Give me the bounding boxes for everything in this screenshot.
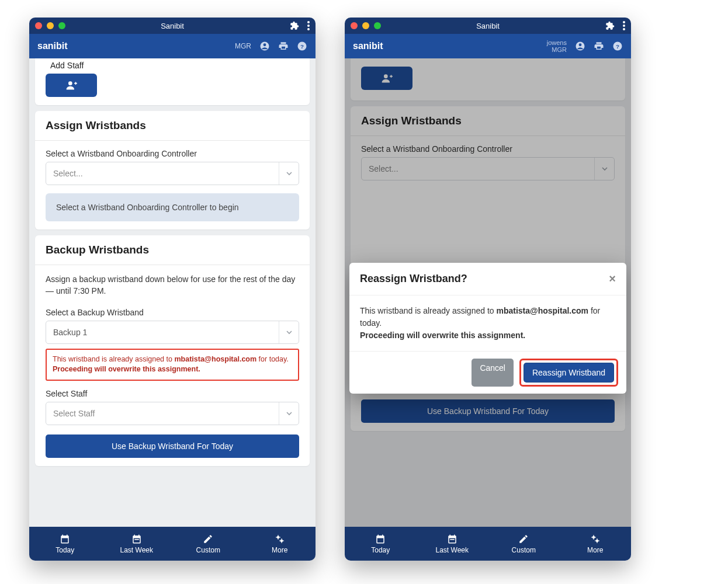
svg-point-14 [579,43,582,46]
svg-point-19 [596,539,599,542]
svg-point-9 [280,539,283,542]
nav-last-week[interactable]: Last Week [101,527,173,561]
reassign-button[interactable]: Reassign Wristband [524,363,614,383]
print-icon[interactable] [594,41,604,51]
print-icon[interactable] [278,41,289,51]
staff-select-placeholder: Select Staff [53,409,95,418]
nav-more[interactable]: More [244,527,316,561]
maximize-icon[interactable] [374,22,381,29]
backup-heading: Backup Wristbands [35,235,310,265]
app-bar: sanibit MGR ? [29,34,316,58]
bottom-nav: Today Last Week Custom More [29,527,316,561]
edit-icon [203,534,213,544]
user-label: jowens MGR [547,39,567,53]
user-icon[interactable] [575,41,585,51]
nav-last-week[interactable]: Last Week [417,527,488,561]
calendar-week-icon [447,534,457,544]
edit-icon [518,534,529,544]
svg-point-8 [277,536,280,538]
extension-icon[interactable] [290,21,299,30]
svg-point-1 [307,25,310,27]
controller-info: Select a Wristband Onboarding Controller… [46,193,299,221]
staff-select-label: Select Staff [46,389,299,398]
reassign-highlight: Reassign Wristband [519,359,618,387]
svg-point-4 [264,43,266,46]
add-staff-button[interactable] [46,74,97,97]
backup-select-value: Backup 1 [53,328,87,337]
minimize-icon[interactable] [47,22,54,29]
chevron-down-icon [286,329,293,336]
svg-point-10 [623,21,625,23]
nav-custom[interactable]: Custom [172,527,244,561]
modal-close-button[interactable]: × [609,272,616,286]
gears-icon [275,534,285,544]
calendar-today-icon [60,534,70,544]
svg-text:?: ? [300,43,304,50]
backup-warning: This wristband is already assigned to mb… [46,349,299,381]
controller-select-placeholder: Select... [53,169,83,178]
gears-icon [590,534,601,544]
backup-select[interactable]: Backup 1 [46,321,299,344]
svg-point-7 [68,81,72,85]
backup-select-label: Select a Backup Wristband [46,308,299,317]
add-staff-label: Add Staff [50,61,299,70]
svg-point-18 [592,536,595,538]
content-area: Assign Wristbands Select a Wristband Onb… [345,58,631,527]
reassign-modal: Reassign Wristband? × This wristband is … [349,263,626,394]
nav-custom[interactable]: Custom [488,527,560,561]
svg-point-12 [623,28,625,30]
nav-today[interactable]: Today [345,527,417,561]
extension-icon[interactable] [605,21,615,30]
nav-more[interactable]: More [560,527,632,561]
more-vertical-icon[interactable] [307,21,310,30]
svg-point-2 [307,28,310,30]
calendar-week-icon [131,534,142,544]
chevron-down-icon [286,170,293,177]
help-icon[interactable]: ? [612,41,623,51]
window-titlebar: Sanibit [29,18,316,34]
minimize-icon[interactable] [362,22,369,29]
app-bar: sanibit jowens MGR ? [345,34,631,58]
bottom-nav: Today Last Week Custom More [345,527,631,561]
svg-point-0 [307,21,310,23]
brand: sanibit [37,41,68,51]
help-icon[interactable]: ? [297,41,307,51]
maximize-icon[interactable] [58,22,65,29]
close-icon[interactable] [351,22,358,29]
person-add-icon [65,79,77,91]
modal-body: This wristband is already assigned to mb… [349,296,626,352]
brand: sanibit [353,41,383,51]
window-title: Sanibit [161,22,184,30]
close-icon[interactable] [35,22,42,29]
controller-label: Select a Wristband Onboarding Controller [46,149,299,158]
svg-text:?: ? [616,43,619,50]
user-role-label: MGR [235,42,251,50]
content-area: Add Staff Assign Wristbands Select a Wri… [29,58,316,527]
chevron-down-icon [286,410,293,417]
window-title: Sanibit [476,22,500,30]
device-right: Sanibit sanibit jowens MGR ? Assi [345,18,631,561]
nav-today[interactable]: Today [29,527,101,561]
svg-point-11 [623,25,625,27]
device-left: Sanibit sanibit MGR ? Add Staff Assign W… [29,18,316,561]
window-titlebar: Sanibit [345,18,631,34]
backup-description: Assign a backup wristband down below for… [46,273,299,297]
cancel-button[interactable]: Cancel [472,359,514,387]
controller-select[interactable]: Select... [46,162,299,185]
modal-title: Reassign Wristband? [360,273,467,285]
staff-select[interactable]: Select Staff [46,402,299,425]
user-icon[interactable] [259,41,270,51]
more-vertical-icon[interactable] [623,21,625,30]
calendar-today-icon [375,534,386,544]
assign-heading: Assign Wristbands [35,111,310,141]
use-backup-button[interactable]: Use Backup Wristband For Today [46,434,299,458]
